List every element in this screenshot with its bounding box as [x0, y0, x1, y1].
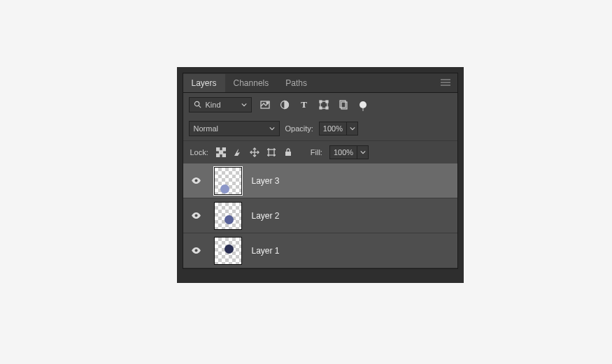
layers-panel-container: Layers Channels Paths Kind T: [177, 67, 464, 283]
visibility-toggle[interactable]: [189, 177, 204, 184]
layer-filter-row: Kind T: [183, 93, 457, 117]
filter-toggle-icon[interactable]: [357, 99, 369, 111]
panel-tabs: Layers Channels Paths: [183, 73, 457, 93]
chevron-down-icon: [241, 102, 247, 108]
filter-pixel-icon[interactable]: [259, 99, 271, 111]
lock-image-icon[interactable]: [232, 146, 243, 159]
eye-icon: [191, 177, 201, 184]
layer-thumbnail[interactable]: [214, 237, 242, 265]
layer-item[interactable]: Layer 3: [183, 163, 457, 198]
tab-channels[interactable]: Channels: [225, 74, 278, 92]
svg-line-4: [199, 105, 201, 108]
svg-point-32: [194, 179, 197, 182]
svg-point-6: [266, 102, 268, 103]
filter-type-icon[interactable]: T: [298, 99, 311, 111]
layer-item[interactable]: Layer 1: [183, 233, 457, 268]
filter-kind-select[interactable]: Kind: [189, 97, 252, 112]
layer-name[interactable]: Layer 1: [252, 246, 280, 256]
svg-rect-9: [320, 101, 322, 103]
visibility-toggle[interactable]: [189, 247, 204, 254]
search-icon: [194, 101, 201, 110]
layer-name[interactable]: Layer 3: [252, 176, 280, 186]
lock-artboard-icon[interactable]: [266, 146, 277, 159]
opacity-dropdown-button[interactable]: [347, 122, 358, 136]
layer-item[interactable]: Layer 2: [183, 198, 457, 233]
fill-input[interactable]: 100%: [329, 145, 357, 159]
layer-thumbnail[interactable]: [214, 202, 242, 230]
svg-rect-31: [285, 152, 291, 156]
layers-panel: Layers Channels Paths Kind T: [183, 73, 458, 269]
filter-kind-label: Kind: [206, 101, 221, 109]
chevron-down-icon: [269, 126, 275, 131]
svg-point-34: [194, 249, 197, 252]
panel-menu-icon[interactable]: [434, 78, 457, 88]
layer-thumbnail[interactable]: [214, 167, 242, 195]
blend-mode-select[interactable]: Normal: [189, 121, 280, 136]
filter-smart-icon[interactable]: [337, 99, 350, 111]
tab-paths[interactable]: Paths: [277, 74, 315, 92]
layer-name[interactable]: Layer 2: [252, 211, 280, 221]
chevron-down-icon: [350, 126, 355, 131]
svg-rect-18: [216, 154, 220, 157]
svg-point-3: [194, 101, 199, 105]
svg-rect-22: [269, 150, 274, 155]
filter-adjustment-icon[interactable]: [278, 99, 291, 111]
chevron-down-icon: [360, 150, 366, 155]
fill-dropdown-button[interactable]: [357, 145, 369, 159]
opacity-input[interactable]: 100%: [319, 122, 347, 136]
blend-opacity-row: Normal Opacity: 100%: [183, 117, 457, 140]
fill-label: Fill:: [311, 148, 322, 156]
svg-rect-12: [326, 107, 328, 109]
layers-list: Layer 3Layer 2Layer 1: [183, 163, 457, 268]
lock-label: Lock:: [190, 148, 208, 156]
lock-transparency-icon[interactable]: [215, 146, 227, 159]
lock-all-icon[interactable]: [283, 146, 294, 159]
lock-position-icon[interactable]: [249, 146, 260, 159]
svg-rect-10: [326, 101, 328, 103]
eye-icon: [191, 212, 201, 219]
blend-mode-value: Normal: [194, 124, 218, 133]
svg-point-33: [194, 214, 197, 217]
svg-rect-19: [222, 154, 226, 157]
svg-rect-11: [320, 107, 322, 109]
visibility-toggle[interactable]: [189, 212, 204, 219]
opacity-label: Opacity:: [285, 124, 313, 133]
eye-icon: [191, 247, 201, 254]
filter-shape-icon[interactable]: [318, 99, 330, 111]
tab-layers[interactable]: Layers: [183, 74, 225, 92]
lock-row: Lock: Fill: 100%: [183, 140, 457, 163]
